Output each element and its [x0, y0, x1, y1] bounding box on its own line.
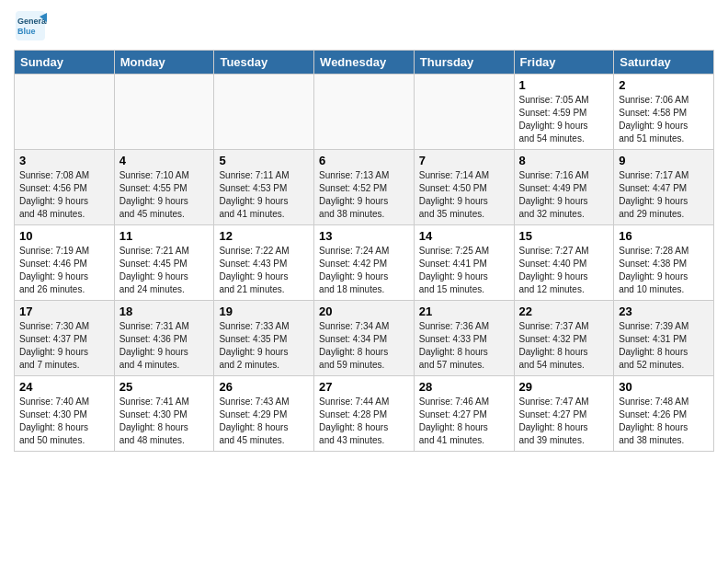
- calendar-cell: 15Sunrise: 7:27 AM Sunset: 4:40 PM Dayli…: [514, 225, 614, 301]
- weekday-header-tuesday: Tuesday: [214, 51, 314, 75]
- header: General Blue: [14, 9, 714, 42]
- day-number: 28: [419, 380, 509, 394]
- day-number: 25: [119, 380, 210, 394]
- calendar-cell: [314, 75, 415, 150]
- day-number: 14: [419, 229, 509, 243]
- day-info: Sunrise: 7:24 AM Sunset: 4:42 PM Dayligh…: [319, 245, 409, 296]
- logo-icon: General Blue: [14, 9, 47, 42]
- weekday-header-wednesday: Wednesday: [314, 51, 415, 75]
- week-row-5: 24Sunrise: 7:40 AM Sunset: 4:30 PM Dayli…: [15, 376, 714, 452]
- day-number: 22: [519, 304, 609, 318]
- day-info: Sunrise: 7:31 AM Sunset: 4:36 PM Dayligh…: [119, 320, 210, 372]
- calendar-cell: 10Sunrise: 7:19 AM Sunset: 4:46 PM Dayli…: [15, 225, 115, 301]
- calendar-cell: [15, 75, 115, 150]
- calendar-cell: 24Sunrise: 7:40 AM Sunset: 4:30 PM Dayli…: [15, 376, 115, 452]
- calendar-cell: [414, 75, 514, 150]
- day-info: Sunrise: 7:36 AM Sunset: 4:33 PM Dayligh…: [419, 320, 509, 372]
- day-number: 13: [319, 229, 409, 243]
- day-number: 12: [219, 229, 309, 243]
- calendar-cell: 23Sunrise: 7:39 AM Sunset: 4:31 PM Dayli…: [614, 301, 714, 376]
- day-info: Sunrise: 7:27 AM Sunset: 4:40 PM Dayligh…: [519, 245, 609, 296]
- day-number: 11: [119, 229, 210, 243]
- logo: General Blue: [14, 9, 51, 42]
- day-number: 2: [619, 78, 709, 92]
- day-info: Sunrise: 7:22 AM Sunset: 4:43 PM Dayligh…: [219, 245, 309, 296]
- day-info: Sunrise: 7:21 AM Sunset: 4:45 PM Dayligh…: [119, 245, 210, 296]
- calendar-cell: 18Sunrise: 7:31 AM Sunset: 4:36 PM Dayli…: [114, 301, 214, 376]
- day-number: 24: [19, 380, 109, 394]
- calendar-cell: 22Sunrise: 7:37 AM Sunset: 4:32 PM Dayli…: [514, 301, 614, 376]
- day-number: 8: [519, 154, 609, 167]
- day-number: 7: [419, 154, 509, 167]
- day-info: Sunrise: 7:44 AM Sunset: 4:28 PM Dayligh…: [319, 396, 409, 447]
- day-info: Sunrise: 7:19 AM Sunset: 4:46 PM Dayligh…: [19, 245, 109, 296]
- calendar-cell: 13Sunrise: 7:24 AM Sunset: 4:42 PM Dayli…: [314, 225, 415, 301]
- day-number: 23: [619, 304, 709, 318]
- day-info: Sunrise: 7:40 AM Sunset: 4:30 PM Dayligh…: [19, 396, 109, 447]
- day-info: Sunrise: 7:46 AM Sunset: 4:27 PM Dayligh…: [419, 396, 509, 447]
- day-info: Sunrise: 7:47 AM Sunset: 4:27 PM Dayligh…: [519, 396, 609, 447]
- day-number: 16: [619, 229, 709, 243]
- weekday-header-friday: Friday: [514, 51, 614, 75]
- calendar-cell: 7Sunrise: 7:14 AM Sunset: 4:50 PM Daylig…: [414, 150, 514, 225]
- day-number: 5: [219, 154, 309, 167]
- day-info: Sunrise: 7:06 AM Sunset: 4:58 PM Dayligh…: [619, 94, 709, 145]
- weekday-header: SundayMondayTuesdayWednesdayThursdayFrid…: [15, 51, 714, 75]
- day-info: Sunrise: 7:43 AM Sunset: 4:29 PM Dayligh…: [219, 396, 309, 447]
- weekday-header-saturday: Saturday: [614, 51, 714, 75]
- day-info: Sunrise: 7:39 AM Sunset: 4:31 PM Dayligh…: [619, 320, 709, 372]
- day-number: 21: [419, 304, 509, 318]
- calendar-cell: 9Sunrise: 7:17 AM Sunset: 4:47 PM Daylig…: [614, 150, 714, 225]
- day-info: Sunrise: 7:14 AM Sunset: 4:50 PM Dayligh…: [419, 169, 509, 221]
- calendar-cell: 26Sunrise: 7:43 AM Sunset: 4:29 PM Dayli…: [214, 376, 314, 452]
- svg-text:Blue: Blue: [17, 27, 36, 36]
- calendar-cell: 27Sunrise: 7:44 AM Sunset: 4:28 PM Dayli…: [314, 376, 415, 452]
- calendar-cell: 14Sunrise: 7:25 AM Sunset: 4:41 PM Dayli…: [414, 225, 514, 301]
- weekday-header-sunday: Sunday: [15, 51, 115, 75]
- calendar-cell: 11Sunrise: 7:21 AM Sunset: 4:45 PM Dayli…: [114, 225, 214, 301]
- day-info: Sunrise: 7:11 AM Sunset: 4:53 PM Dayligh…: [219, 169, 309, 221]
- calendar-cell: 1Sunrise: 7:05 AM Sunset: 4:59 PM Daylig…: [514, 75, 614, 150]
- day-info: Sunrise: 7:33 AM Sunset: 4:35 PM Dayligh…: [219, 320, 309, 372]
- calendar-cell: 28Sunrise: 7:46 AM Sunset: 4:27 PM Dayli…: [414, 376, 514, 452]
- weekday-header-thursday: Thursday: [414, 51, 514, 75]
- week-row-3: 10Sunrise: 7:19 AM Sunset: 4:46 PM Dayli…: [15, 225, 714, 301]
- day-number: 29: [519, 380, 609, 394]
- day-info: Sunrise: 7:05 AM Sunset: 4:59 PM Dayligh…: [519, 94, 609, 145]
- day-info: Sunrise: 7:30 AM Sunset: 4:37 PM Dayligh…: [19, 320, 109, 372]
- day-number: 10: [19, 229, 109, 243]
- calendar-cell: 21Sunrise: 7:36 AM Sunset: 4:33 PM Dayli…: [414, 301, 514, 376]
- day-number: 4: [119, 154, 210, 167]
- calendar: SundayMondayTuesdayWednesdayThursdayFrid…: [14, 50, 714, 452]
- day-number: 3: [19, 154, 109, 167]
- calendar-cell: 12Sunrise: 7:22 AM Sunset: 4:43 PM Dayli…: [214, 225, 314, 301]
- day-info: Sunrise: 7:16 AM Sunset: 4:49 PM Dayligh…: [519, 169, 609, 221]
- calendar-cell: [114, 75, 214, 150]
- calendar-cell: 16Sunrise: 7:28 AM Sunset: 4:38 PM Dayli…: [614, 225, 714, 301]
- day-number: 9: [619, 154, 709, 167]
- calendar-cell: 4Sunrise: 7:10 AM Sunset: 4:55 PM Daylig…: [114, 150, 214, 225]
- day-number: 19: [219, 304, 309, 318]
- day-number: 15: [519, 229, 609, 243]
- day-info: Sunrise: 7:28 AM Sunset: 4:38 PM Dayligh…: [619, 245, 709, 296]
- calendar-cell: [214, 75, 314, 150]
- calendar-cell: 3Sunrise: 7:08 AM Sunset: 4:56 PM Daylig…: [15, 150, 115, 225]
- day-info: Sunrise: 7:48 AM Sunset: 4:26 PM Dayligh…: [619, 396, 709, 447]
- calendar-cell: 25Sunrise: 7:41 AM Sunset: 4:30 PM Dayli…: [114, 376, 214, 452]
- day-info: Sunrise: 7:10 AM Sunset: 4:55 PM Dayligh…: [119, 169, 210, 221]
- calendar-cell: 20Sunrise: 7:34 AM Sunset: 4:34 PM Dayli…: [314, 301, 415, 376]
- day-number: 6: [319, 154, 409, 167]
- calendar-cell: 19Sunrise: 7:33 AM Sunset: 4:35 PM Dayli…: [214, 301, 314, 376]
- day-info: Sunrise: 7:34 AM Sunset: 4:34 PM Dayligh…: [319, 320, 409, 372]
- day-number: 20: [319, 304, 409, 318]
- week-row-4: 17Sunrise: 7:30 AM Sunset: 4:37 PM Dayli…: [15, 301, 714, 376]
- calendar-cell: 30Sunrise: 7:48 AM Sunset: 4:26 PM Dayli…: [614, 376, 714, 452]
- day-info: Sunrise: 7:13 AM Sunset: 4:52 PM Dayligh…: [319, 169, 409, 221]
- day-number: 27: [319, 380, 409, 394]
- day-number: 1: [519, 78, 609, 92]
- week-row-1: 1Sunrise: 7:05 AM Sunset: 4:59 PM Daylig…: [15, 75, 714, 150]
- day-number: 30: [619, 380, 709, 394]
- day-number: 18: [119, 304, 210, 318]
- day-number: 17: [19, 304, 109, 318]
- day-info: Sunrise: 7:17 AM Sunset: 4:47 PM Dayligh…: [619, 169, 709, 221]
